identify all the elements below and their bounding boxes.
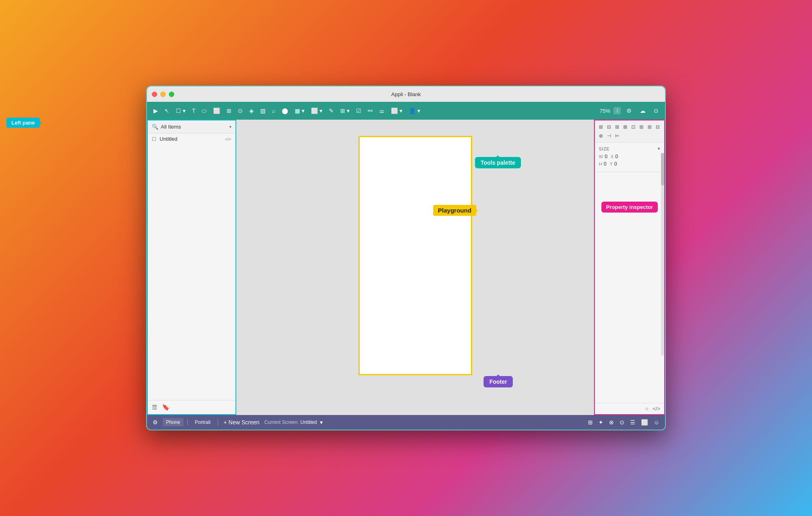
main-toolbar: ▶ ↖ ☐ ▾ T ⬭ ⬜ ⊞ ⊙ ◈ ▨ ⌕ ⬤ ▦ ▾ ⬜ ▾ ✎ ⊞ ▾ … bbox=[147, 102, 665, 120]
playground-label: Playground bbox=[433, 205, 477, 216]
button-tool[interactable]: ⬜ bbox=[211, 106, 222, 116]
list-view-button[interactable]: ☰ bbox=[152, 404, 157, 411]
dropdown-arrow-icon[interactable]: ▾ bbox=[229, 125, 231, 129]
distribute-h-icon[interactable]: ⊞ bbox=[646, 123, 653, 131]
status-star-icon[interactable]: ✦ bbox=[597, 418, 605, 426]
upload-button[interactable]: ☁ bbox=[637, 106, 648, 116]
status-face-icon[interactable]: ☺ bbox=[652, 418, 661, 426]
scrollbar-thumb[interactable] bbox=[661, 153, 664, 185]
y-field[interactable]: Y 0 bbox=[610, 161, 617, 167]
width-field[interactable]: W 0 bbox=[599, 154, 607, 159]
image-tool[interactable]: ▨ bbox=[258, 106, 268, 116]
pin-tool[interactable]: ◈ bbox=[247, 106, 256, 116]
align-top-icon[interactable]: ⊠ bbox=[622, 123, 629, 131]
device-settings-button[interactable]: ⚙ bbox=[151, 418, 160, 426]
size-row-xy: H 0 Y 0 bbox=[599, 161, 660, 167]
scrollbar[interactable] bbox=[661, 153, 664, 356]
left-pane: 🔍 All Items ▾ ☐ Untitled </> Left pane ☰… bbox=[147, 120, 236, 415]
select-tool[interactable]: ↖ bbox=[162, 106, 172, 116]
separator-2: | bbox=[217, 419, 219, 426]
search-icon: 🔍 bbox=[152, 124, 158, 130]
align-middle-icon[interactable]: ⊡ bbox=[630, 123, 637, 131]
item-code-icon[interactable]: </> bbox=[225, 137, 231, 142]
check-tool[interactable]: ☑ bbox=[354, 106, 364, 116]
status-icons: ⊞ ✦ ⊗ ⊙ ☰ ⬜ ☺ bbox=[586, 418, 661, 426]
zoom-level: 75% bbox=[600, 108, 610, 114]
screen-tool[interactable]: ⬜ ▾ bbox=[309, 106, 325, 116]
align-bottom-icon[interactable]: ⊞ bbox=[638, 123, 645, 131]
status-grid-icon[interactable]: ⊞ bbox=[586, 418, 594, 426]
align-center-h-icon[interactable]: ⊟ bbox=[605, 123, 613, 131]
separator-1: | bbox=[187, 419, 188, 426]
settings-button[interactable]: ⚙ bbox=[624, 106, 634, 116]
orientation-label: Portrait bbox=[192, 418, 214, 426]
globe-tool[interactable]: ⊙ bbox=[235, 106, 245, 116]
user-tool[interactable]: 👤 ▾ bbox=[406, 106, 423, 116]
align-left-icon[interactable]: ⊞ bbox=[597, 123, 605, 131]
align-right-icon[interactable]: ⊞ bbox=[613, 123, 621, 131]
account-button[interactable]: ⊙ bbox=[651, 106, 661, 116]
minimize-button[interactable] bbox=[160, 92, 166, 97]
code-view-button[interactable]: ○ bbox=[645, 406, 648, 412]
width-label: W bbox=[599, 154, 603, 159]
left-pane-footer: ☰ 🔖 bbox=[148, 400, 235, 414]
footer-callout: Footer bbox=[484, 376, 513, 387]
tools-palette-callout: Tools palette bbox=[475, 157, 521, 168]
status-layers-icon[interactable]: ⊗ bbox=[607, 418, 615, 426]
right-pane-toolbar: ⊞ ⊟ ⊞ ⊠ ⊡ ⊞ ⊞ ⊟ ⊕ ⊣ ⊨ bbox=[595, 120, 664, 143]
device-label: Phone bbox=[166, 419, 180, 425]
distribute-center-icon[interactable]: ⊕ bbox=[597, 132, 605, 140]
text-tool[interactable]: T bbox=[190, 106, 198, 116]
property-inspector-callout: Property inspector bbox=[601, 202, 658, 213]
x-label: X bbox=[611, 154, 613, 159]
zoom-controls: 75% ↕ ⚙ ☁ ⊙ bbox=[600, 106, 661, 116]
shape-tool[interactable]: ⬭ bbox=[199, 106, 209, 116]
current-screen-area: Current Screen: Untitled ▾ bbox=[264, 418, 324, 426]
gallery-tool[interactable]: ▦ ▾ bbox=[292, 106, 307, 116]
size-collapse-icon[interactable]: ▾ bbox=[658, 146, 661, 151]
all-items-label: All Items bbox=[161, 124, 227, 130]
height-field[interactable]: H 0 bbox=[599, 161, 607, 167]
y-label: Y bbox=[610, 161, 613, 166]
list-item[interactable]: ☐ Untitled </> bbox=[148, 133, 235, 144]
current-screen-value: Untitled bbox=[300, 419, 317, 425]
zoom-tool[interactable]: ⌕ bbox=[270, 106, 278, 116]
item-rect-icon: ☐ bbox=[152, 136, 156, 142]
maximize-button[interactable] bbox=[169, 92, 174, 97]
component-tool[interactable]: ⊞ ▾ bbox=[338, 106, 352, 116]
link-tool[interactable]: ⚯ bbox=[365, 106, 375, 116]
close-button[interactable] bbox=[152, 92, 157, 97]
sliders-tool[interactable]: ⚌ bbox=[377, 106, 387, 116]
play-button[interactable]: ▶ bbox=[151, 106, 160, 116]
canvas-area[interactable]: Playground Tools palette Footer bbox=[236, 120, 594, 415]
window-title: Appli - Blank bbox=[391, 91, 421, 97]
status-screen-icon[interactable]: ⬜ bbox=[639, 418, 650, 426]
size-title: SIZE bbox=[599, 146, 609, 151]
distribute-v-icon[interactable]: ⊟ bbox=[654, 123, 661, 131]
bookmark-button[interactable]: 🔖 bbox=[162, 404, 170, 411]
pen-tool[interactable]: ✎ bbox=[326, 106, 336, 116]
size-row-wh: W 0 X 0 bbox=[599, 154, 660, 159]
current-screen-label: Current Screen: bbox=[264, 419, 299, 425]
main-area: 🔍 All Items ▾ ☐ Untitled </> Left pane ☰… bbox=[147, 120, 665, 415]
calendar-tool[interactable]: ⬜ ▾ bbox=[389, 106, 405, 116]
title-bar: Appli - Blank bbox=[147, 86, 665, 102]
device-type: Phone bbox=[163, 418, 184, 426]
distribute-end-icon[interactable]: ⊣ bbox=[605, 132, 613, 140]
height-value: 0 bbox=[604, 161, 607, 167]
x-field[interactable]: X 0 bbox=[611, 154, 618, 159]
chart-icon[interactable]: ⊨ bbox=[613, 132, 621, 140]
canvas-frame bbox=[358, 136, 472, 375]
screen-dropdown-button[interactable]: ▾ bbox=[318, 418, 324, 426]
status-bar: ⚙ Phone | Portrait | + New Screen Curren… bbox=[147, 415, 665, 430]
size-section: SIZE ▾ W 0 X 0 H 0 bbox=[595, 143, 664, 172]
right-pane: ⊞ ⊟ ⊞ ⊠ ⊡ ⊞ ⊞ ⊟ ⊕ ⊣ ⊨ SIZE ▾ W bbox=[594, 120, 665, 415]
camera-tool[interactable]: ⬤ bbox=[279, 106, 291, 116]
rect-tool[interactable]: ☐ ▾ bbox=[173, 106, 188, 116]
status-list-icon[interactable]: ☰ bbox=[628, 418, 637, 426]
status-db-icon[interactable]: ⊙ bbox=[618, 418, 626, 426]
table-tool[interactable]: ⊞ bbox=[224, 106, 234, 116]
inspect-button[interactable]: </> bbox=[652, 406, 660, 412]
new-screen-button[interactable]: + New Screen bbox=[222, 418, 261, 426]
zoom-toggle[interactable]: ↕ bbox=[613, 107, 621, 114]
